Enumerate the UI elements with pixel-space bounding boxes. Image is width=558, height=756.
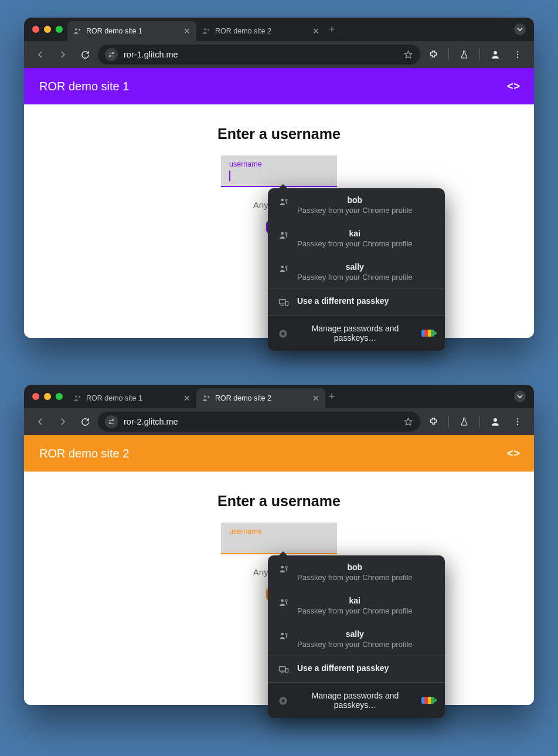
svg-point-35 (281, 699, 284, 702)
passkey-option-bob[interactable]: bob Passkey from your Chrome profile (268, 555, 445, 589)
svg-point-11 (285, 233, 287, 235)
username-input[interactable]: username (221, 155, 337, 187)
profile-avatar-icon[interactable] (486, 45, 505, 64)
site-settings-icon[interactable] (105, 48, 118, 61)
page-content: ROR demo site 1 < > Enter a username use… (24, 68, 534, 338)
passkey-user-icon (278, 597, 289, 608)
passkey-option-sally[interactable]: sally Passkey from your Chrome profile (268, 622, 445, 656)
svg-point-17 (281, 332, 284, 335)
close-window-icon[interactable] (32, 26, 39, 33)
kebab-menu-icon[interactable] (508, 412, 527, 431)
tab-close-icon[interactable]: ✕ (312, 26, 319, 36)
bookmark-star-icon[interactable] (403, 50, 413, 60)
back-button[interactable] (31, 412, 50, 431)
passkey-subtitle: Passkey from your Chrome profile (297, 239, 413, 248)
svg-point-30 (281, 633, 284, 636)
svg-point-9 (285, 199, 287, 201)
tab-menu-chevron-icon[interactable] (514, 23, 526, 35)
fullscreen-window-icon[interactable] (56, 26, 63, 33)
code-brackets-icon[interactable]: < > (507, 448, 519, 460)
site-settings-icon[interactable] (105, 415, 118, 428)
tab-close-icon[interactable]: ✕ (312, 394, 319, 403)
minimize-window-icon[interactable] (44, 26, 51, 33)
window-traffic-lights[interactable] (29, 26, 67, 33)
page-heading: Enter a username (24, 493, 534, 510)
svg-point-24 (517, 421, 518, 422)
passkey-subtitle: Passkey from your Chrome profile (297, 606, 413, 615)
tab-title: ROR demo site 1 (86, 27, 179, 35)
svg-point-28 (281, 599, 284, 602)
new-tab-button[interactable]: + (325, 391, 339, 403)
svg-point-23 (517, 418, 518, 419)
kebab-menu-icon[interactable] (508, 45, 527, 64)
toolbar-separator (479, 49, 480, 60)
bookmark-star-icon[interactable] (403, 417, 413, 427)
tab-ror-demo-1[interactable]: ROR demo site 1 ✕ (67, 21, 196, 41)
code-brackets-icon[interactable]: < > (507, 80, 519, 93)
extensions-icon[interactable] (424, 45, 443, 64)
page-content: ROR demo site 2 < > Enter a username use… (24, 435, 534, 705)
tab-menu-chevron-icon[interactable] (514, 391, 526, 402)
manage-label: Manage passwords and passkeys… (297, 691, 413, 710)
svg-point-18 (75, 395, 77, 398)
passkey-option-sally[interactable]: sally Passkey from your Chrome profile (268, 255, 445, 289)
tab-favicon-icon (73, 394, 81, 402)
tab-ror-demo-1[interactable]: ROR demo site 1 ✕ (67, 388, 196, 408)
toolbar-separator (448, 49, 449, 60)
forward-button[interactable] (53, 45, 72, 64)
omnibox[interactable]: ror-2.glitch.me (98, 412, 420, 432)
labs-flask-icon[interactable] (455, 412, 474, 431)
passkey-name: kai (297, 229, 413, 238)
browser-window-1: ROR demo site 1 ✕ ROR demo site 2 ✕ + (24, 18, 534, 338)
passkey-subtitle: Passkey from your Chrome profile (297, 573, 413, 582)
tab-ror-demo-2[interactable]: ROR demo site 2 ✕ (196, 21, 325, 41)
svg-point-3 (110, 56, 111, 57)
svg-point-31 (285, 633, 287, 635)
tab-favicon-icon (202, 27, 210, 35)
labs-flask-icon[interactable] (455, 45, 474, 64)
window-traffic-lights[interactable] (29, 393, 67, 400)
passkey-name: bob (297, 562, 413, 572)
chrome-icon (278, 329, 289, 338)
tab-close-icon[interactable]: ✕ (183, 26, 190, 36)
close-window-icon[interactable] (32, 393, 39, 400)
svg-point-6 (517, 54, 518, 55)
passkey-option-bob[interactable]: bob Passkey from your Chrome profile (268, 188, 445, 222)
svg-rect-33 (285, 669, 288, 673)
manage-passwords-row[interactable]: Manage passwords and passkeys… (268, 682, 445, 718)
svg-point-5 (517, 51, 518, 52)
reload-button[interactable] (76, 45, 94, 64)
manage-passwords-row[interactable]: Manage passwords and passkeys… (268, 315, 445, 351)
tab-favicon-icon (73, 27, 81, 35)
tab-strip: ROR demo site 1 ✕ ROR demo site 2 ✕ + (24, 385, 534, 408)
svg-point-7 (517, 56, 518, 57)
svg-point-20 (113, 420, 114, 421)
tab-strip: ROR demo site 1 ✕ ROR demo site 2 ✕ + (24, 18, 534, 41)
fullscreen-window-icon[interactable] (56, 393, 63, 400)
svg-point-26 (281, 566, 284, 569)
passkey-option-kai[interactable]: kai Passkey from your Chrome profile (268, 222, 445, 255)
minimize-window-icon[interactable] (44, 393, 51, 400)
svg-point-8 (281, 199, 284, 202)
svg-rect-15 (285, 301, 288, 306)
new-tab-button[interactable]: + (325, 23, 339, 36)
username-input[interactable]: username (221, 523, 337, 554)
back-button[interactable] (31, 45, 50, 64)
field-label: username (229, 527, 329, 535)
svg-point-22 (494, 418, 497, 422)
page-heading: Enter a username (24, 126, 534, 143)
omnibox[interactable]: ror-1.glitch.me (98, 45, 420, 65)
browser-toolbar: ror-1.glitch.me (24, 41, 534, 68)
tab-ror-demo-2[interactable]: ROR demo site 2 ✕ (196, 388, 325, 408)
passkey-user-icon (278, 263, 289, 274)
forward-button[interactable] (53, 412, 72, 431)
tab-close-icon[interactable]: ✕ (183, 394, 190, 403)
passkey-option-kai[interactable]: kai Passkey from your Chrome profile (268, 589, 445, 622)
passkey-user-icon (278, 230, 289, 240)
browser-window-2: ROR demo site 1 ✕ ROR demo site 2 ✕ + (24, 385, 534, 705)
profile-avatar-icon[interactable] (486, 412, 505, 431)
use-different-passkey[interactable]: Use a different passkey (268, 289, 445, 315)
use-different-passkey[interactable]: Use a different passkey (268, 656, 445, 682)
reload-button[interactable] (76, 412, 94, 431)
extensions-icon[interactable] (424, 412, 443, 431)
